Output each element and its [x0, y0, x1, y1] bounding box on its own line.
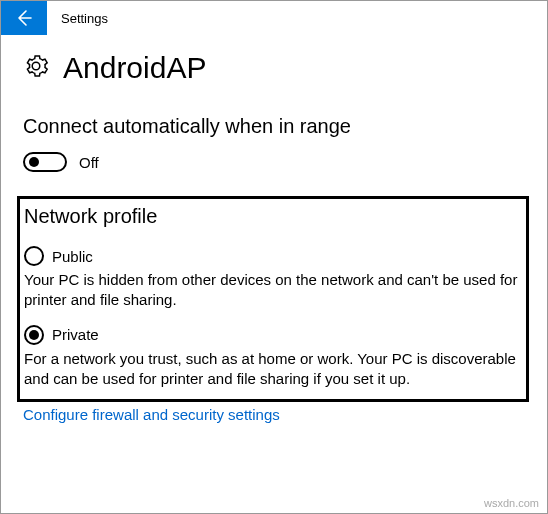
firewall-link[interactable]: Configure firewall and security settings	[23, 406, 280, 423]
content-area: AndroidAP Connect automatically when in …	[1, 35, 547, 424]
page-title: AndroidAP	[63, 51, 206, 85]
desc-public: Your PC is hidden from other devices on …	[24, 270, 522, 311]
connect-section-title: Connect automatically when in range	[23, 115, 525, 138]
back-arrow-icon	[14, 8, 34, 28]
back-button[interactable]	[1, 1, 47, 35]
radio-private[interactable]	[24, 325, 44, 345]
gear-icon	[23, 53, 49, 83]
toggle-knob	[29, 157, 39, 167]
network-profile-box: Network profile Public Your PC is hidden…	[17, 196, 529, 402]
connect-toggle[interactable]	[23, 152, 67, 172]
radio-label-private: Private	[52, 326, 99, 343]
connect-toggle-label: Off	[79, 154, 99, 171]
radio-row-private[interactable]: Private	[24, 325, 522, 345]
title-bar: Settings	[1, 1, 547, 35]
window-title: Settings	[61, 11, 108, 26]
page-header: AndroidAP	[23, 51, 525, 85]
radio-label-public: Public	[52, 248, 93, 265]
connect-toggle-row: Off	[23, 152, 525, 172]
network-profile-heading: Network profile	[24, 205, 522, 228]
radio-public[interactable]	[24, 246, 44, 266]
radio-row-public[interactable]: Public	[24, 246, 522, 266]
desc-private: For a network you trust, such as at home…	[24, 349, 522, 390]
watermark: wsxdn.com	[484, 497, 539, 509]
